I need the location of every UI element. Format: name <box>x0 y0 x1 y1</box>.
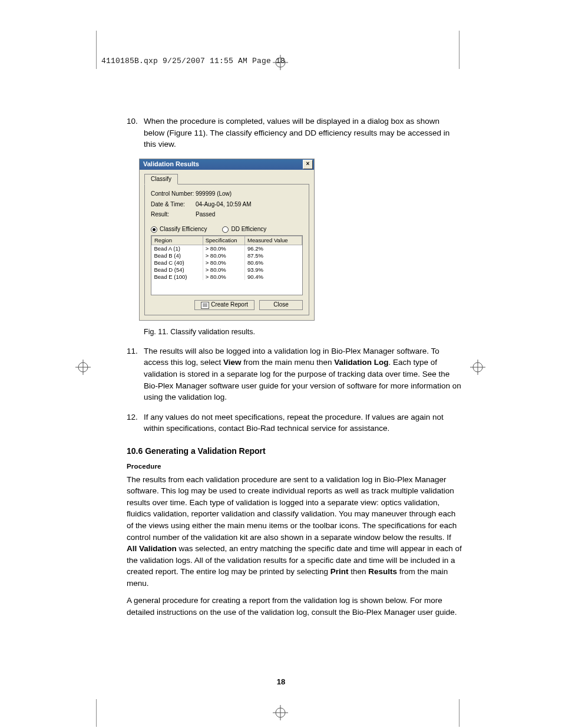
list-body: When the procedure is completed, values … <box>144 116 462 150</box>
list-item: 10. When the procedure is completed, val… <box>127 116 462 150</box>
list-body: If any values do not meet specifications… <box>144 411 462 434</box>
results-table: Region Specification Measured Value Bead… <box>151 235 303 295</box>
radio-classify-efficiency[interactable]: Classify Efficiency <box>151 226 207 233</box>
radio-icon <box>151 226 157 233</box>
dialog-title-bar: Validation Results × <box>140 159 314 170</box>
col-measured-value: Measured Value <box>245 236 302 245</box>
table-row: Bead B (4)> 80.0%87.5% <box>152 252 302 259</box>
procedure-heading: Procedure <box>127 462 462 472</box>
table-row: Bead D (54)> 80.0%93.9% <box>152 266 302 274</box>
dialog-title: Validation Results <box>143 160 199 169</box>
crop-mark <box>459 699 459 727</box>
table-row: Bead C (40)> 80.0%80.6% <box>152 259 302 266</box>
label-control-number: Control Number: <box>151 190 196 198</box>
value-control-number: 999999 (Low) <box>196 190 232 198</box>
list-number: 10. <box>127 116 144 150</box>
registration-mark-icon <box>75 360 91 375</box>
page: 4110185B.qxp 9/25/2007 11:55 AM Page 18 … <box>0 0 562 728</box>
radio-icon <box>222 226 229 233</box>
paragraph: A general procedure for creating a repor… <box>127 595 462 618</box>
label-result: Result: <box>151 211 196 219</box>
list-item: 11. The results will also be logged into… <box>127 345 462 403</box>
value-result: Passed <box>196 211 215 219</box>
list-number: 12. <box>127 411 144 434</box>
close-icon[interactable]: × <box>303 160 313 169</box>
tab-classify[interactable]: Classify <box>144 174 178 185</box>
label-date-time: Date & Time: <box>151 201 196 209</box>
page-number: 18 <box>0 677 562 688</box>
table-row: Bead A (1)> 80.0%96.2% <box>152 245 302 252</box>
paragraph: The results from each validation procedu… <box>127 474 462 589</box>
col-specification: Specification <box>203 236 244 245</box>
list-item: 12. If any values do not meet specificat… <box>127 411 462 434</box>
create-report-button[interactable]: Create Report <box>194 300 254 310</box>
header-imprint: 4110185B.qxp 9/25/2007 11:55 AM Page 18 <box>101 56 285 67</box>
radio-dd-efficiency[interactable]: DD Efficiency <box>222 226 266 233</box>
tab-panel: Control Number: 999999 (Low) Date & Time… <box>144 184 309 315</box>
registration-mark-icon <box>273 705 288 720</box>
list-body: The results will also be logged into a v… <box>144 345 462 403</box>
report-icon <box>201 302 209 309</box>
section-heading: 10.6 Generating a Validation Report <box>127 445 462 457</box>
registration-mark-icon <box>470 360 485 375</box>
list-number: 11. <box>127 345 144 403</box>
crop-mark <box>96 699 97 727</box>
crop-mark <box>459 31 459 69</box>
figure-caption: Fig. 11. Classify validation results. <box>144 327 462 337</box>
content-column: 10. When the procedure is completed, val… <box>127 116 462 624</box>
dialog-body: Classify Control Number: 999999 (Low) Da… <box>140 170 314 320</box>
col-region: Region <box>152 236 203 245</box>
table-row: Bead E (100)> 80.0%90.4% <box>152 274 302 281</box>
crop-mark <box>96 31 97 69</box>
value-date-time: 04-Aug-04, 10:59 AM <box>196 201 252 209</box>
close-button[interactable]: Close <box>259 300 303 310</box>
validation-results-dialog: Validation Results × Classify Control Nu… <box>139 159 315 321</box>
